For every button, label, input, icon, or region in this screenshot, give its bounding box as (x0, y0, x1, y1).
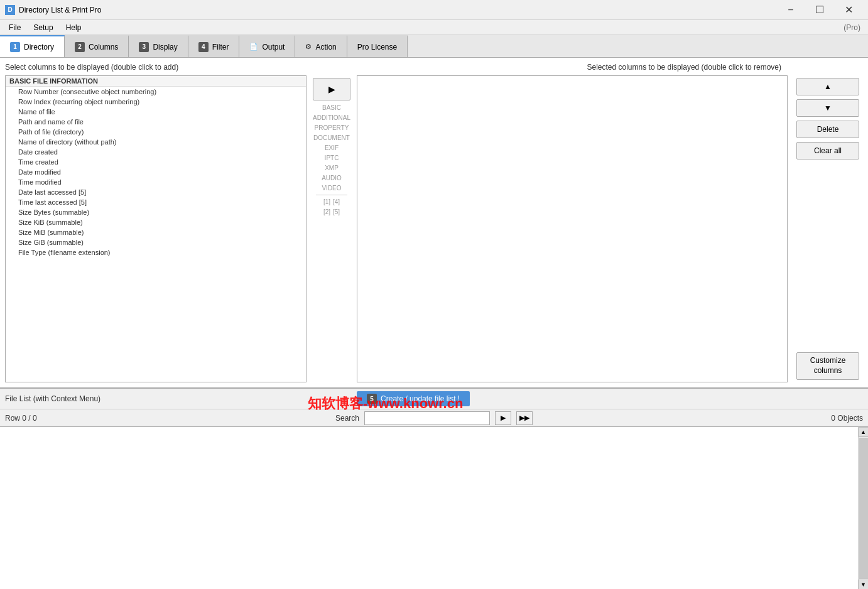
list-item[interactable]: Size KiB (summable) (6, 217, 306, 227)
right-columns-list[interactable] (357, 75, 788, 382)
search-label: Search (335, 414, 359, 423)
category-label: BASIC (322, 103, 341, 112)
tab-label-action: Action (315, 43, 336, 51)
step-num-5: 5 (367, 394, 377, 404)
list-item[interactable]: Name of directory (without path) (6, 137, 306, 147)
tab-label-pro-license: Pro License (357, 43, 397, 51)
scroll-thumb (859, 438, 868, 579)
list-item[interactable]: Size Bytes (summable) (6, 207, 306, 217)
output-icon: 📄 (249, 43, 258, 51)
list-item[interactable]: Date created (6, 147, 306, 157)
category-label: DOCUMENT (313, 133, 350, 143)
create-btn-label: Create / update file list ! (381, 394, 460, 403)
list-item[interactable]: Path and name of file (6, 117, 306, 127)
tabs-container: 1 Directory 2 Columns 3 Display 4 Filter… (0, 35, 868, 58)
tab-label-filter: Filter (212, 43, 229, 51)
create-file-list-button[interactable]: 5 Create / update file list ! (357, 391, 470, 406)
category-label: [2] (323, 207, 330, 217)
menu-setup[interactable]: Setup (27, 22, 59, 33)
title-bar: D Directory List & Print Pro − ☐ ✕ (0, 0, 868, 20)
scroll-down-arrow[interactable]: ▼ (859, 580, 869, 589)
customize-columns-button[interactable]: Customize columns (796, 352, 859, 380)
window-controls: − ☐ ✕ (776, 0, 863, 20)
list-item[interactable]: Row Number (consecutive object numbering… (6, 87, 306, 97)
category-label: IPTC (325, 153, 339, 163)
file-list-title: File List (with Context Menu) (5, 394, 100, 403)
file-list-section: File List (with Context Menu) 5 Create /… (0, 388, 868, 426)
file-list-toolbar: Row 0 / 0 Search ▶ ▶▶ 0 Objects (0, 409, 868, 426)
category-divider (316, 195, 347, 195)
category-pair: [2][5] (323, 207, 340, 217)
category-label: PROPERTY (315, 123, 349, 132)
list-item[interactable]: Row Index (recurring object numbering) (6, 97, 306, 107)
file-list-content: ▲ ▼ (0, 426, 868, 589)
tab-label-directory: Directory (24, 43, 54, 51)
add-column-button[interactable]: ▶ (313, 78, 350, 100)
tab-label-columns: Columns (89, 43, 118, 51)
list-item[interactable]: Date last accessed [5] (6, 187, 306, 197)
fast-forward-button[interactable]: ▶▶ (516, 411, 533, 425)
menu-file[interactable]: File (3, 22, 27, 33)
list-item[interactable]: Date modified (6, 167, 306, 177)
columns-label: columns (814, 366, 842, 375)
action-icon: ⚙ (305, 43, 312, 51)
list-item[interactable]: Time modified (6, 177, 306, 187)
tab-label-output: Output (262, 43, 285, 51)
category-label: [5] (333, 207, 340, 217)
category-label: [4] (333, 197, 340, 207)
file-list-header: File List (with Context Menu) 5 Create /… (0, 389, 868, 409)
play-button[interactable]: ▶ (495, 411, 511, 425)
list-item[interactable]: File Type (filename extension) (6, 247, 306, 257)
middle-controls: ▶ BASICADDITIONALPROPERTYDOCUMENTEXIFIPT… (307, 75, 357, 382)
list-item[interactable]: Time last accessed [5] (6, 197, 306, 207)
maximize-button[interactable]: ☐ (805, 0, 834, 20)
instructions-row: Select columns to be displayed (double c… (5, 63, 863, 72)
list-item[interactable]: Time created (6, 157, 306, 167)
tab-columns[interactable]: 2 Columns (65, 35, 129, 57)
tab-directory[interactable]: 1 Directory (0, 35, 65, 57)
app-icon: D (5, 5, 15, 15)
minimize-button[interactable]: − (776, 0, 805, 20)
up-arrow-icon: ▲ (824, 82, 832, 91)
list-item[interactable]: Size GiB (summable) (6, 237, 306, 247)
app-title: Directory List & Print Pro (19, 6, 776, 14)
clear-all-button[interactable]: Clear all (796, 142, 859, 159)
right-instruction: Selected columns to be displayed (double… (587, 63, 782, 72)
tab-filter[interactable]: 4 Filter (188, 35, 240, 57)
scroll-up-arrow[interactable]: ▲ (859, 427, 869, 437)
tab-num-1: 1 (10, 42, 20, 52)
list-section-header: BASIC FILE INFORMATION (6, 76, 306, 87)
menu-help[interactable]: Help (60, 22, 88, 33)
tab-pro-license[interactable]: Pro License (347, 35, 408, 57)
tab-output[interactable]: 📄 Output (239, 35, 295, 57)
category-label: XMP (325, 163, 339, 173)
category-label: VIDEO (322, 183, 341, 193)
tab-display[interactable]: 3 Display (129, 35, 188, 57)
delete-button[interactable]: Delete (796, 121, 859, 138)
main-content: Select columns to be displayed (double c… (0, 58, 868, 388)
category-pair: [1][4] (323, 197, 340, 207)
category-label: [1] (323, 197, 330, 207)
left-instruction: Select columns to be displayed (double c… (5, 63, 178, 72)
close-button[interactable]: ✕ (834, 0, 863, 20)
list-item[interactable]: Name of file (6, 107, 306, 117)
list-item[interactable]: Path of file (directory) (6, 127, 306, 137)
left-columns-list[interactable]: BASIC FILE INFORMATIONRow Number (consec… (5, 75, 307, 382)
tab-action[interactable]: ⚙ Action (295, 35, 347, 57)
row-info: Row 0 / 0 (5, 414, 37, 423)
customize-label: Customize (810, 356, 846, 365)
move-up-button[interactable]: ▲ (796, 78, 859, 95)
vertical-scrollbar[interactable]: ▲ ▼ (858, 427, 868, 589)
tab-num-2: 2 (75, 42, 85, 52)
category-label: AUDIO (322, 173, 342, 183)
tab-num-3: 3 (139, 42, 149, 52)
category-list: BASICADDITIONALPROPERTYDOCUMENTEXIFIPTCX… (313, 103, 350, 217)
list-item[interactable]: Size MiB (summable) (6, 227, 306, 237)
menu-bar: File Setup Help (Pro) (0, 20, 868, 35)
right-buttons: ▲ ▼ Delete Clear all Customize columns (788, 75, 863, 382)
search-input[interactable] (364, 411, 490, 425)
tab-label-display: Display (153, 43, 177, 51)
down-arrow-icon: ▼ (824, 104, 832, 112)
objects-count: 0 Objects (831, 414, 863, 423)
move-down-button[interactable]: ▼ (796, 99, 859, 117)
